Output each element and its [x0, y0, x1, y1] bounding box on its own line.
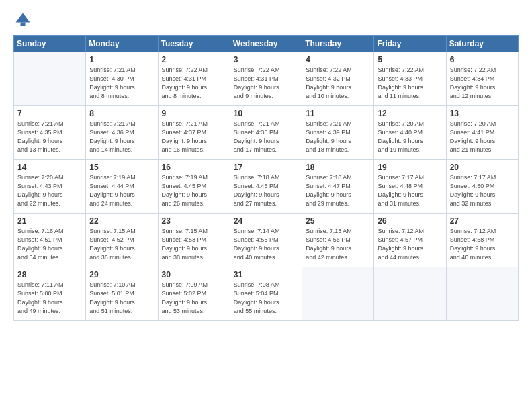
day-detail: Sunrise: 7:19 AM Sunset: 4:44 PM Dayligh…	[89, 173, 154, 208]
weekday-header-friday: Friday	[374, 36, 446, 52]
day-detail: Sunrise: 7:08 AM Sunset: 5:04 PM Dayligh…	[234, 281, 298, 316]
day-detail: Sunrise: 7:12 AM Sunset: 4:57 PM Dayligh…	[378, 227, 442, 262]
day-detail: Sunrise: 7:10 AM Sunset: 5:01 PM Dayligh…	[89, 281, 154, 316]
logo	[13, 11, 34, 30]
day-detail: Sunrise: 7:21 AM Sunset: 4:38 PM Dayligh…	[234, 120, 298, 154]
calendar-cell	[446, 267, 518, 321]
day-detail: Sunrise: 7:22 AM Sunset: 4:33 PM Dayligh…	[378, 66, 442, 101]
calendar-week-4: 21Sunrise: 7:16 AM Sunset: 4:51 PM Dayli…	[14, 214, 519, 267]
day-detail: Sunrise: 7:11 AM Sunset: 5:00 PM Dayligh…	[17, 281, 82, 316]
day-number: 26	[378, 216, 442, 226]
day-number: 24	[234, 216, 298, 226]
calendar-cell: 17Sunrise: 7:18 AM Sunset: 4:46 PM Dayli…	[230, 160, 302, 214]
calendar-cell: 16Sunrise: 7:19 AM Sunset: 4:45 PM Dayli…	[158, 160, 230, 214]
calendar-cell: 30Sunrise: 7:09 AM Sunset: 5:02 PM Dayli…	[158, 267, 230, 321]
day-number: 15	[89, 163, 154, 172]
calendar-cell: 4Sunrise: 7:22 AM Sunset: 4:32 PM Daylig…	[302, 52, 374, 106]
calendar-cell: 18Sunrise: 7:18 AM Sunset: 4:47 PM Dayli…	[302, 160, 374, 214]
calendar-cell: 19Sunrise: 7:17 AM Sunset: 4:48 PM Dayli…	[374, 160, 446, 214]
day-detail: Sunrise: 7:20 AM Sunset: 4:43 PM Dayligh…	[17, 173, 82, 208]
calendar-cell	[14, 52, 86, 106]
day-detail: Sunrise: 7:15 AM Sunset: 4:53 PM Dayligh…	[162, 227, 226, 262]
day-detail: Sunrise: 7:21 AM Sunset: 4:30 PM Dayligh…	[89, 66, 154, 101]
day-number: 19	[378, 163, 442, 172]
day-number: 22	[89, 216, 154, 226]
day-number: 17	[234, 163, 298, 172]
calendar-cell: 21Sunrise: 7:16 AM Sunset: 4:51 PM Dayli…	[14, 214, 86, 267]
calendar-cell	[374, 267, 446, 321]
weekday-header-tuesday: Tuesday	[158, 36, 230, 52]
day-number: 30	[162, 270, 226, 279]
calendar-cell: 7Sunrise: 7:21 AM Sunset: 4:35 PM Daylig…	[14, 106, 86, 160]
weekday-header-thursday: Thursday	[302, 36, 374, 52]
calendar-table: SundayMondayTuesdayWednesdayThursdayFrid…	[13, 35, 519, 321]
day-number: 12	[378, 109, 442, 118]
day-number: 6	[450, 55, 515, 64]
calendar-cell: 26Sunrise: 7:12 AM Sunset: 4:57 PM Dayli…	[374, 214, 446, 267]
weekday-header-sunday: Sunday	[14, 36, 86, 52]
calendar-cell: 5Sunrise: 7:22 AM Sunset: 4:33 PM Daylig…	[374, 52, 446, 106]
day-detail: Sunrise: 7:22 AM Sunset: 4:34 PM Dayligh…	[450, 66, 515, 101]
day-number: 16	[162, 163, 226, 172]
day-detail: Sunrise: 7:22 AM Sunset: 4:31 PM Dayligh…	[162, 66, 226, 101]
day-number: 10	[234, 109, 298, 118]
calendar-cell: 1Sunrise: 7:21 AM Sunset: 4:30 PM Daylig…	[86, 52, 158, 106]
calendar-cell: 12Sunrise: 7:20 AM Sunset: 4:40 PM Dayli…	[374, 106, 446, 160]
calendar-cell: 25Sunrise: 7:13 AM Sunset: 4:56 PM Dayli…	[302, 214, 374, 267]
calendar-week-5: 28Sunrise: 7:11 AM Sunset: 5:00 PM Dayli…	[14, 267, 519, 321]
logo-icon	[13, 11, 32, 30]
day-detail: Sunrise: 7:18 AM Sunset: 4:46 PM Dayligh…	[234, 173, 298, 208]
day-detail: Sunrise: 7:21 AM Sunset: 4:36 PM Dayligh…	[89, 120, 154, 154]
day-detail: Sunrise: 7:20 AM Sunset: 4:41 PM Dayligh…	[450, 120, 515, 154]
page: SundayMondayTuesdayWednesdayThursdayFrid…	[0, 0, 532, 411]
calendar-cell: 10Sunrise: 7:21 AM Sunset: 4:38 PM Dayli…	[230, 106, 302, 160]
day-number: 11	[306, 109, 370, 118]
day-number: 29	[89, 270, 154, 279]
calendar-cell: 3Sunrise: 7:22 AM Sunset: 4:31 PM Daylig…	[230, 52, 302, 106]
calendar-cell: 22Sunrise: 7:15 AM Sunset: 4:52 PM Dayli…	[86, 214, 158, 267]
calendar-cell: 31Sunrise: 7:08 AM Sunset: 5:04 PM Dayli…	[230, 267, 302, 321]
calendar-cell: 9Sunrise: 7:21 AM Sunset: 4:37 PM Daylig…	[158, 106, 230, 160]
day-detail: Sunrise: 7:21 AM Sunset: 4:39 PM Dayligh…	[306, 120, 370, 154]
day-number: 2	[162, 55, 226, 64]
weekday-header-saturday: Saturday	[446, 36, 518, 52]
calendar-week-2: 7Sunrise: 7:21 AM Sunset: 4:35 PM Daylig…	[14, 106, 519, 160]
day-number: 23	[162, 216, 226, 226]
day-number: 28	[17, 270, 82, 279]
calendar-cell	[302, 267, 374, 321]
day-detail: Sunrise: 7:22 AM Sunset: 4:31 PM Dayligh…	[234, 66, 298, 101]
weekday-header-wednesday: Wednesday	[230, 36, 302, 52]
calendar-week-1: 1Sunrise: 7:21 AM Sunset: 4:30 PM Daylig…	[14, 52, 519, 106]
day-detail: Sunrise: 7:21 AM Sunset: 4:37 PM Dayligh…	[162, 120, 226, 154]
day-number: 21	[17, 216, 82, 226]
day-number: 31	[234, 270, 298, 279]
day-detail: Sunrise: 7:20 AM Sunset: 4:40 PM Dayligh…	[378, 120, 442, 154]
day-number: 5	[378, 55, 442, 64]
day-detail: Sunrise: 7:15 AM Sunset: 4:52 PM Dayligh…	[89, 227, 154, 262]
calendar-cell: 11Sunrise: 7:21 AM Sunset: 4:39 PM Dayli…	[302, 106, 374, 160]
day-number: 1	[89, 55, 154, 64]
day-detail: Sunrise: 7:17 AM Sunset: 4:50 PM Dayligh…	[450, 173, 515, 208]
calendar-cell: 28Sunrise: 7:11 AM Sunset: 5:00 PM Dayli…	[14, 267, 86, 321]
calendar-cell: 23Sunrise: 7:15 AM Sunset: 4:53 PM Dayli…	[158, 214, 230, 267]
weekday-header-monday: Monday	[86, 36, 158, 52]
day-detail: Sunrise: 7:17 AM Sunset: 4:48 PM Dayligh…	[378, 173, 442, 208]
weekday-header-row: SundayMondayTuesdayWednesdayThursdayFrid…	[14, 36, 519, 52]
calendar-cell: 27Sunrise: 7:12 AM Sunset: 4:58 PM Dayli…	[446, 214, 518, 267]
day-detail: Sunrise: 7:16 AM Sunset: 4:51 PM Dayligh…	[17, 227, 82, 262]
calendar-cell: 14Sunrise: 7:20 AM Sunset: 4:43 PM Dayli…	[14, 160, 86, 214]
day-number: 4	[306, 55, 370, 64]
day-number: 8	[89, 109, 154, 118]
calendar-cell: 8Sunrise: 7:21 AM Sunset: 4:36 PM Daylig…	[86, 106, 158, 160]
calendar-cell: 13Sunrise: 7:20 AM Sunset: 4:41 PM Dayli…	[446, 106, 518, 160]
day-number: 25	[306, 216, 370, 226]
day-detail: Sunrise: 7:22 AM Sunset: 4:32 PM Dayligh…	[306, 66, 370, 101]
day-detail: Sunrise: 7:18 AM Sunset: 4:47 PM Dayligh…	[306, 173, 370, 208]
svg-rect-1	[21, 23, 26, 26]
day-number: 9	[162, 109, 226, 118]
day-number: 14	[17, 163, 82, 172]
day-detail: Sunrise: 7:13 AM Sunset: 4:56 PM Dayligh…	[306, 227, 370, 262]
day-detail: Sunrise: 7:09 AM Sunset: 5:02 PM Dayligh…	[162, 281, 226, 316]
calendar-cell: 2Sunrise: 7:22 AM Sunset: 4:31 PM Daylig…	[158, 52, 230, 106]
day-number: 3	[234, 55, 298, 64]
